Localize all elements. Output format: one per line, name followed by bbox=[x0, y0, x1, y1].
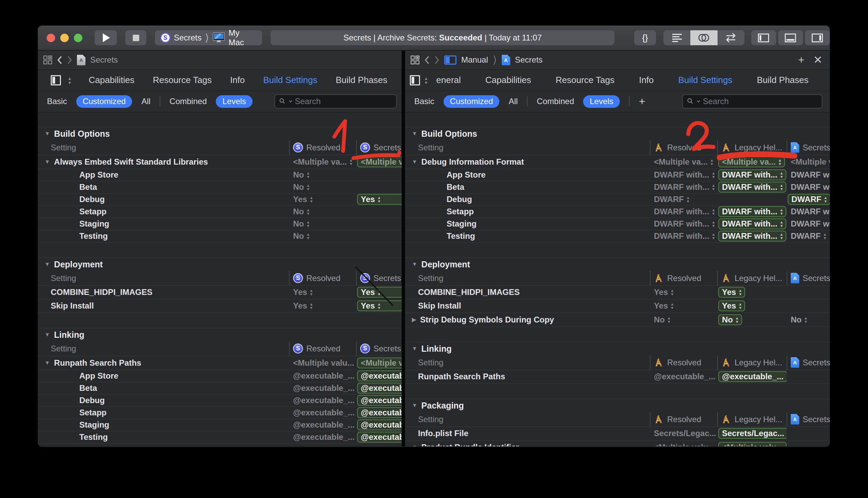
row-strip-debug-symbols-during-copy[interactable]: ▶Strip Debug Symbols During CopyNo▴▾No▴▾… bbox=[405, 313, 830, 327]
row-testing[interactable]: Testing@executable_...@executabl bbox=[38, 431, 402, 444]
section-header-build-options[interactable]: ▼Build Options bbox=[405, 127, 830, 141]
value-stepper-icon[interactable]: ▴▾ bbox=[713, 183, 715, 191]
value-text[interactable]: Yes▴▾ bbox=[650, 287, 673, 297]
value-stepper-icon[interactable]: ▴▾ bbox=[378, 302, 380, 310]
value-box[interactable]: No▴▾ bbox=[718, 314, 742, 325]
value-stepper-icon[interactable]: ▴▾ bbox=[825, 196, 827, 203]
filter-combined[interactable]: Combined bbox=[537, 96, 574, 106]
disclosure-triangle-icon[interactable]: ▼ bbox=[412, 261, 417, 267]
value-stepper-icon[interactable]: ▴▾ bbox=[687, 196, 689, 203]
row-testing[interactable]: TestingDWARF with...▴▾DWARF with...▴▾DWA… bbox=[405, 230, 830, 243]
value-box[interactable]: Yes▴▾ bbox=[718, 300, 745, 311]
disclosure-triangle-icon[interactable]: ▼ bbox=[412, 159, 417, 165]
row-runpath-search-paths[interactable]: ▼Runpath Search Paths<Multiple valu...▴▾… bbox=[38, 356, 402, 370]
section-header-build-options[interactable]: ▼Build Options bbox=[38, 127, 402, 141]
value-stepper-icon[interactable]: ▴▾ bbox=[671, 302, 673, 310]
tab-info[interactable]: Info bbox=[639, 75, 653, 86]
value-stepper-icon[interactable]: ▴▾ bbox=[780, 232, 783, 240]
value-text[interactable]: Yes▴▾ bbox=[289, 287, 312, 297]
right-search-field[interactable] bbox=[682, 94, 822, 108]
value-text[interactable]: DWARF wit bbox=[787, 170, 830, 180]
filter-levels[interactable]: Levels bbox=[583, 95, 620, 108]
row-always-embed-swift-standard-libraries[interactable]: ▼Always Embed Swift Standard Libraries<M… bbox=[38, 155, 402, 169]
row-combine-hidpi-images[interactable]: COMBINE_HIDPI_IMAGESYes▴▾Yes▴▾ bbox=[38, 286, 402, 299]
disclosure-triangle-icon[interactable]: ▶ bbox=[412, 316, 416, 323]
value-box[interactable]: @executable_... bbox=[718, 371, 787, 382]
value-stepper-icon[interactable]: ▴▾ bbox=[307, 232, 309, 240]
forward-icon[interactable] bbox=[434, 56, 439, 64]
value-text[interactable]: DWARF with...▴▾ bbox=[650, 182, 714, 192]
value-box[interactable]: @executabl bbox=[357, 432, 402, 443]
value-stepper-icon[interactable]: ▴▾ bbox=[739, 288, 741, 296]
value-stepper-icon[interactable]: ▴▾ bbox=[307, 220, 309, 227]
value-text[interactable]: <Multiple va...▴▾ bbox=[289, 157, 352, 167]
row-app-store[interactable]: App StoreNo▴▾ bbox=[38, 169, 402, 181]
value-stepper-icon[interactable]: ▴▾ bbox=[780, 208, 783, 215]
value-stepper-icon[interactable]: ▴▾ bbox=[668, 316, 670, 324]
row-skip-install[interactable]: Skip InstallYes▴▾Yes▴▾ bbox=[405, 299, 830, 313]
filter-basic[interactable]: Basic bbox=[414, 96, 434, 106]
row-info-plist-file[interactable]: Info.plist FileSecrets/Legac...Secrets/L… bbox=[405, 427, 830, 441]
value-text[interactable]: Yes▴▾ bbox=[650, 301, 673, 311]
section-header-deployment[interactable]: ▼Deployment bbox=[405, 258, 830, 271]
value-text[interactable]: @executable_... bbox=[650, 372, 715, 381]
filter-levels[interactable]: Levels bbox=[216, 95, 252, 108]
section-header-linking[interactable]: ▼Linking bbox=[38, 328, 402, 342]
library-button[interactable]: {} bbox=[634, 30, 656, 45]
value-stepper-icon[interactable]: ▴▾ bbox=[713, 220, 715, 227]
row-beta[interactable]: BetaDWARF with...▴▾DWARF with...▴▾DWARF … bbox=[405, 181, 830, 194]
tab-overview-icon[interactable] bbox=[43, 55, 52, 65]
run-button[interactable] bbox=[94, 30, 117, 45]
row-testing[interactable]: TestingNo▴▾ bbox=[38, 230, 402, 243]
disclosure-triangle-icon[interactable]: ▼ bbox=[412, 131, 417, 137]
value-stepper-icon[interactable]: ▴▾ bbox=[779, 158, 781, 166]
value-text[interactable]: No▴▾ bbox=[787, 315, 807, 325]
value-box[interactable]: DWARF▴▾ bbox=[788, 194, 830, 205]
value-box[interactable]: <Multiple v bbox=[357, 357, 402, 368]
add-editor-button[interactable]: + bbox=[796, 54, 807, 66]
value-text[interactable]: @executable_... bbox=[289, 396, 355, 405]
project-icon[interactable] bbox=[410, 75, 420, 86]
value-text[interactable]: DWARF wit bbox=[787, 219, 830, 228]
value-box[interactable]: DWARF with...▴▾ bbox=[718, 231, 786, 241]
row-staging[interactable]: StagingDWARF with...▴▾DWARF with...▴▾DWA… bbox=[405, 218, 830, 230]
section-header-linking[interactable]: ▼Linking bbox=[405, 342, 830, 355]
value-text[interactable]: @executable_... bbox=[289, 420, 355, 430]
row-staging[interactable]: StagingNo▴▾ bbox=[38, 218, 402, 230]
row-app-store[interactable]: App Store@executable_...@executabl bbox=[38, 370, 402, 382]
value-stepper-icon[interactable]: ▴▾ bbox=[711, 158, 713, 166]
value-stepper-icon[interactable]: ▴▾ bbox=[824, 232, 826, 240]
assistant-editor-button[interactable] bbox=[690, 30, 717, 45]
tab-eneral[interactable]: eneral bbox=[436, 75, 461, 86]
project-stepper-icon[interactable]: ▴▾ bbox=[68, 76, 71, 85]
value-stepper-icon[interactable]: ▴▾ bbox=[736, 316, 738, 324]
value-text[interactable]: <Multiple valu... bbox=[650, 443, 715, 446]
value-text[interactable]: @executable_... bbox=[289, 432, 355, 442]
value-stepper-icon[interactable]: ▴▾ bbox=[713, 232, 715, 240]
row-product-bundle-identifier[interactable]: ▼Product Bundle Identifier<Multiple valu… bbox=[405, 441, 830, 446]
editor-split-divider[interactable] bbox=[402, 51, 405, 446]
value-box[interactable]: Yes▴▾ bbox=[357, 287, 402, 298]
right-jump-bar-title[interactable]: Secrets bbox=[515, 55, 542, 65]
row-setapp[interactable]: SetappDWARF with...▴▾DWARF with...▴▾DWAR… bbox=[405, 206, 830, 218]
value-text[interactable]: DWARF with...▴▾ bbox=[650, 170, 714, 180]
value-box[interactable]: DWARF with...▴▾ bbox=[718, 206, 786, 217]
close-editor-button[interactable]: ✕ bbox=[811, 53, 825, 66]
value-box[interactable]: @executabl bbox=[357, 383, 402, 394]
filter-customized[interactable]: Customized bbox=[76, 95, 132, 108]
value-text[interactable]: No▴▾ bbox=[650, 315, 670, 325]
disclosure-triangle-icon[interactable]: ▼ bbox=[44, 261, 50, 267]
row-skip-install[interactable]: Skip InstallYes▴▾Yes▴▾ bbox=[38, 299, 402, 313]
tab-resource-tags[interactable]: Resource Tags bbox=[153, 75, 212, 86]
left-jump-bar-title[interactable]: Secrets bbox=[90, 55, 118, 65]
back-icon[interactable] bbox=[57, 56, 62, 64]
close-window-button[interactable] bbox=[47, 34, 55, 42]
value-text[interactable]: <Multiple v bbox=[787, 157, 830, 167]
left-search-field[interactable] bbox=[275, 94, 397, 108]
value-stepper-icon[interactable]: ▴▾ bbox=[310, 196, 312, 203]
assistant-mode-label[interactable]: Manual bbox=[461, 55, 488, 65]
row-beta[interactable]: BetaNo▴▾ bbox=[38, 181, 402, 194]
value-text[interactable]: <Multiple valu...▴▾ bbox=[289, 358, 356, 368]
row-combine-hidpi-images[interactable]: COMBINE_HIDPI_IMAGESYes▴▾Yes▴▾ bbox=[405, 286, 830, 299]
value-stepper-icon[interactable]: ▴▾ bbox=[307, 208, 309, 215]
